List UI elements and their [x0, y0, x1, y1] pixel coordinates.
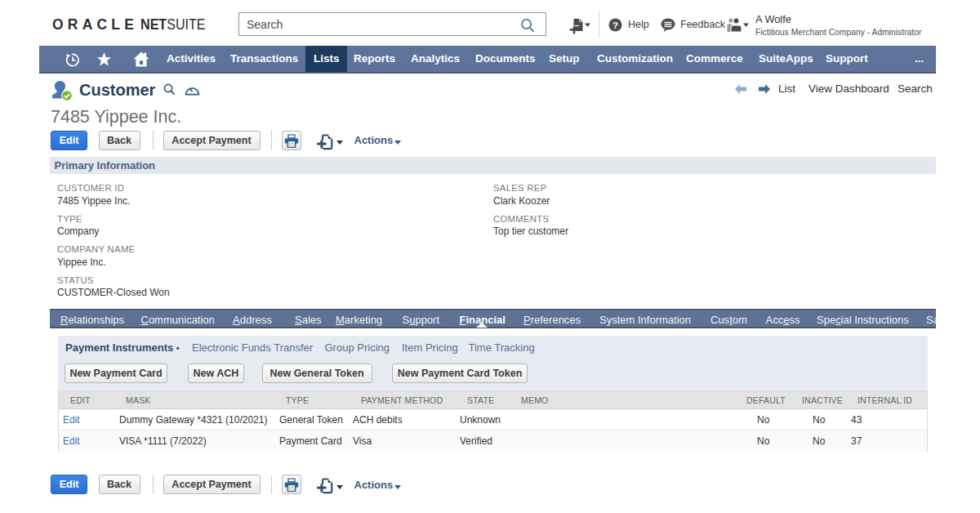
svg-text:?: ? [612, 20, 618, 30]
